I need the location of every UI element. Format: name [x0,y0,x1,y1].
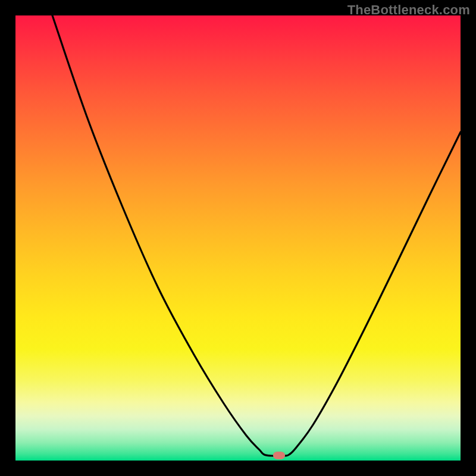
chart-frame: TheBottleneck.com [0,0,476,476]
optimal-point-marker [273,452,285,459]
plot-area [15,15,461,461]
bottleneck-curve [15,15,461,461]
